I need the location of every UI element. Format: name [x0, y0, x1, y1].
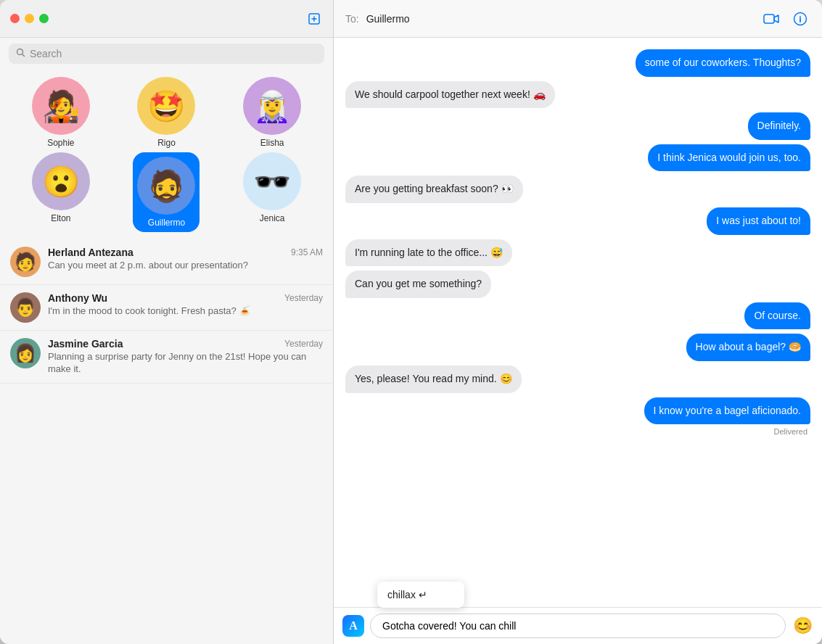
autocomplete-item-chillax[interactable]: chillax ↵: [377, 585, 464, 605]
svg-point-1: [17, 49, 23, 55]
contact-elton[interactable]: 😮 Elton: [10, 152, 112, 232]
message-bubble-3: I think Jenica would join us, too.: [648, 144, 810, 172]
message-bubble-0: some of our coworkers. Thoughts?: [636, 49, 810, 77]
message-row-2: Definitely.: [345, 112, 810, 140]
message-bubble-5: I was just about to!: [707, 207, 810, 235]
contact-name-rigo: Rigo: [157, 138, 176, 148]
contact-jenica[interactable]: 🕶️ Jenica: [221, 152, 323, 232]
message-row-4: Are you getting breakfast soon? 👀: [345, 176, 810, 203]
emoji-icon: 😊: [793, 616, 813, 635]
contact-elisha[interactable]: 🧝‍♀️ Elisha: [221, 77, 323, 148]
contact-avatar-elton: 😮: [32, 152, 90, 210]
message-row-6: I'm running late to the office... 😅: [345, 239, 810, 267]
compose-button[interactable]: [305, 10, 323, 28]
message-bubble-6: I'm running late to the office... 😅: [345, 239, 512, 267]
app-store-button[interactable]: A: [342, 615, 364, 637]
conv-preview-jasmine: Planning a surprise party for Jenny on t…: [48, 351, 323, 376]
message-bubble-9: How about a bagel? 🥯: [686, 334, 810, 361]
minimize-button[interactable]: [25, 14, 34, 23]
input-area: A chillax ↵ 😊: [334, 607, 822, 644]
messages-area: some of our coworkers. Thoughts? We shou…: [334, 38, 822, 607]
message-bubble-8: Of course.: [744, 302, 810, 330]
message-bubble-4: Are you getting breakfast soon? 👀: [345, 176, 523, 203]
conv-name-jasmine: Jasmine Garcia: [48, 338, 123, 350]
search-bar[interactable]: Search: [9, 44, 324, 64]
message-bubble-1: We should carpool together next week! 🚗: [345, 81, 555, 109]
conv-name-anthony: Anthony Wu: [48, 292, 107, 304]
conv-avatar-anthony: 👨: [10, 292, 41, 323]
conversation-item-jasmine[interactable]: 👩 Jasmine Garcia Yesterday Planning a su…: [0, 331, 333, 384]
chat-header-actions: [761, 9, 810, 29]
message-row-8: Of course.: [345, 302, 810, 330]
message-row-0: some of our coworkers. Thoughts?: [345, 49, 810, 77]
conv-time-jasmine: Yesterday: [284, 339, 323, 349]
conv-avatar-jasmine: 👩: [10, 338, 41, 368]
message-input[interactable]: [370, 614, 786, 638]
input-field-wrapper: chillax ↵: [370, 614, 786, 638]
chat-recipient: Guillermo: [366, 13, 410, 25]
search-icon: [16, 48, 25, 59]
search-placeholder: Search: [30, 48, 62, 59]
sidebar: Search 🧑‍🎤 Sophie 🤩 Rigo: [0, 0, 334, 644]
contact-avatar-rigo: 🤩: [137, 77, 195, 135]
maximize-button[interactable]: [39, 14, 49, 23]
autocomplete-popup[interactable]: chillax ↵: [377, 582, 464, 608]
contact-name-sophie: Sophie: [47, 138, 74, 148]
message-row-5: I was just about to!: [345, 207, 810, 235]
message-bubble-2: Definitely.: [748, 112, 810, 140]
conv-name-herland: Herland Antezana: [48, 247, 133, 258]
emoji-button[interactable]: 😊: [792, 615, 813, 637]
message-row-3: I think Jenica would join us, too.: [345, 144, 810, 172]
message-row-11: I know you're a bagel aficionado.: [345, 397, 810, 425]
contact-avatar-sophie: 🧑‍🎤: [32, 77, 90, 135]
conversation-item-anthony[interactable]: 👨 Anthony Wu Yesterday I'm in the mood t…: [0, 285, 333, 331]
contact-name-elisha: Elisha: [260, 138, 284, 148]
message-row-10: Yes, please! You read my mind. 😊: [345, 366, 810, 393]
message-row-9: How about a bagel? 🥯: [345, 334, 810, 361]
to-label: To:: [345, 13, 359, 25]
contacts-grid: 🧑‍🎤 Sophie 🤩 Rigo 🧝‍♀️ Elisha: [0, 70, 333, 239]
message-bubble-10: Yes, please! You read my mind. 😊: [345, 366, 522, 393]
message-row-1: We should carpool together next week! 🚗: [345, 81, 810, 109]
conv-info-anthony: Anthony Wu Yesterday I'm in the mood to …: [48, 292, 323, 318]
contact-guillermo[interactable]: 🧔 Guillermo: [116, 152, 218, 232]
chat-header: To: Guillermo: [334, 0, 822, 38]
conv-preview-herland: Can you meet at 2 p.m. about our present…: [48, 260, 323, 272]
contact-name-guillermo: Guillermo: [148, 218, 185, 228]
autocomplete-text: chillax ↵: [387, 589, 427, 600]
contact-avatar-jenica: 🕶️: [243, 152, 301, 210]
conv-time-herland: 9:35 AM: [291, 247, 323, 257]
contact-rigo[interactable]: 🤩 Rigo: [116, 77, 218, 148]
facetime-button[interactable]: [761, 9, 781, 29]
chat-panel: To: Guillermo: [334, 0, 822, 644]
sidebar-titlebar: [0, 0, 333, 38]
contact-name-elton: Elton: [51, 213, 70, 223]
message-bubble-11: I know you're a bagel aficionado.: [644, 397, 810, 425]
message-row-7: Can you get me something?: [345, 271, 810, 298]
delivered-label: Delivered: [345, 427, 807, 436]
contact-sophie[interactable]: 🧑‍🎤 Sophie: [10, 77, 112, 148]
app-window: Search 🧑‍🎤 Sophie 🤩 Rigo: [0, 0, 822, 644]
close-button[interactable]: [10, 14, 20, 23]
conv-time-anthony: Yesterday: [284, 293, 323, 303]
info-button[interactable]: [790, 9, 810, 29]
conv-info-jasmine: Jasmine Garcia Yesterday Planning a surp…: [48, 338, 323, 376]
conv-avatar-herland: 🧑: [10, 247, 41, 277]
traffic-lights: [10, 14, 49, 23]
conv-preview-anthony: I'm in the mood to cook tonight. Fresh p…: [48, 305, 323, 318]
message-bubble-7: Can you get me something?: [345, 271, 491, 298]
conversation-item-herland[interactable]: 🧑 Herland Antezana 9:35 AM Can you meet …: [0, 239, 333, 285]
contact-name-jenica: Jenica: [260, 213, 285, 223]
svg-rect-2: [764, 15, 774, 23]
contact-avatar-guillermo: 🧔: [137, 157, 195, 215]
conversation-list: 🧑 Herland Antezana 9:35 AM Can you meet …: [0, 239, 333, 644]
contact-avatar-elisha: 🧝‍♀️: [243, 77, 301, 135]
conv-info-herland: Herland Antezana 9:35 AM Can you meet at…: [48, 247, 323, 272]
